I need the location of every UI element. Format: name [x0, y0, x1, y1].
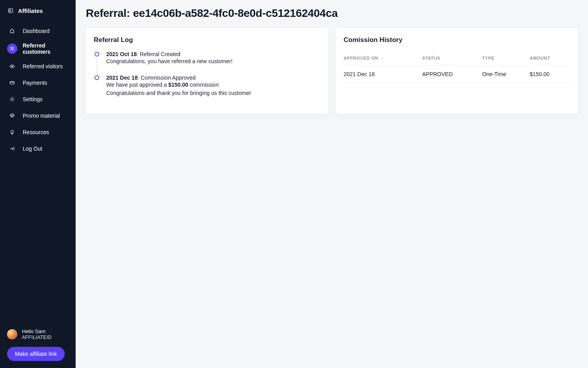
sidebar-item-label: Referred customers [23, 42, 69, 55]
timeline-headline: 2021 Oct 18: Referral Created [106, 51, 320, 57]
credit-card-icon [7, 78, 17, 88]
card-referral-log: Referral Log 2021 Oct 18: Referral Creat… [86, 28, 328, 114]
timeline-date: 2021 Dec 18 [106, 75, 138, 81]
sidebar-item-label: Settings [23, 96, 43, 102]
col-status[interactable]: STATUS [422, 51, 482, 66]
user-greeting: Hello Sam [22, 328, 52, 335]
brand: Affiliates [0, 7, 76, 23]
sidebar-item-label: Payments [23, 80, 47, 86]
timeline-headline-text: Referral Created [140, 51, 181, 57]
timeline-item: 2021 Dec 18: Commission Approved We have… [94, 75, 320, 98]
sidebar-item-referred-visitors[interactable]: Referred visitors [3, 58, 73, 75]
sidebar-item-label: Promo material [23, 113, 60, 119]
card-commission-history: Comission History APPROVED ON ↓ STATUS T… [336, 28, 578, 114]
cell-approved-on: 2021 Dec 18 [344, 66, 422, 83]
user-row: Hello Sam AFFILIATEID [7, 328, 69, 341]
cell-status: APPROVED [422, 66, 482, 83]
col-label: AMOUNT [530, 56, 550, 60]
sidebar-item-label: Dashboard [23, 28, 50, 34]
timeline-body: Congratulations, you have referred a new… [106, 57, 320, 66]
card-title: Comission History [344, 36, 570, 44]
svg-point-5 [11, 98, 13, 100]
svg-point-3 [12, 66, 13, 67]
lightbulb-icon [7, 127, 17, 137]
cell-type: One-Time [482, 66, 530, 83]
sidebar-item-referred-customers[interactable]: Referred customers [3, 39, 73, 58]
main: Referral: ee14c06b-a582-4fc0-8e0d-c51216… [76, 0, 588, 368]
eye-icon [7, 61, 17, 71]
col-amount[interactable]: AMOUNT [530, 51, 570, 66]
sidebar-item-dashboard[interactable]: Dashboard [3, 23, 73, 39]
commission-table: APPROVED ON ↓ STATUS TYPE AMOUNT 2021 De… [344, 51, 570, 83]
timeline-item: 2021 Oct 18: Referral Created Congratula… [94, 51, 320, 66]
brand-label: Affiliates [18, 7, 43, 14]
svg-point-2 [13, 47, 14, 49]
layers-icon [7, 111, 17, 121]
sidebar-footer: Hello Sam AFFILIATEID Make affiliate lin… [0, 328, 76, 361]
sidebar-item-label: Log Out [23, 146, 42, 152]
home-icon [7, 26, 17, 36]
cell-amount: $150.00 [530, 66, 570, 83]
sidebar-item-logout[interactable]: Log Out [3, 140, 73, 157]
col-approved-on[interactable]: APPROVED ON ↓ [344, 51, 422, 66]
sidebar-item-payments[interactable]: Payments [3, 75, 73, 91]
svg-point-1 [11, 47, 13, 49]
col-type[interactable]: TYPE [482, 51, 530, 66]
sort-desc-icon: ↓ [381, 56, 384, 60]
timeline-body-line2: Congratulations and thank you for bringi… [106, 90, 251, 96]
svg-rect-4 [10, 82, 15, 84]
timeline-date: 2021 Oct 18 [106, 51, 137, 57]
user-id: AFFILIATEID [22, 335, 52, 341]
timeline-headline: 2021 Dec 18: Commission Approved [106, 75, 320, 81]
timeline-body-amount: $150.00 [169, 82, 189, 88]
make-affiliate-link-button[interactable]: Make affiliate link [7, 347, 65, 361]
col-label: TYPE [482, 56, 494, 60]
table-row: 2021 Dec 18 APPROVED One-Time $150.00 [344, 66, 570, 83]
table-header-row: APPROVED ON ↓ STATUS TYPE AMOUNT [344, 51, 570, 66]
timeline-body-pre: We have just approved a [106, 82, 169, 88]
cards: Referral Log 2021 Oct 18: Referral Creat… [86, 28, 578, 114]
sidebar-item-promo-material[interactable]: Promo material [3, 107, 73, 124]
page-title: Referral: ee14c06b-a582-4fc0-8e0d-c51216… [86, 7, 578, 20]
sidebar-item-resources[interactable]: Resources [3, 124, 73, 140]
timeline: 2021 Oct 18: Referral Created Congratula… [94, 51, 320, 98]
logout-icon [7, 144, 17, 154]
user-text: Hello Sam AFFILIATEID [22, 328, 52, 341]
sidebar-item-settings[interactable]: Settings [3, 91, 73, 107]
avatar [7, 329, 17, 339]
col-label: STATUS [422, 56, 440, 60]
timeline-headline-text: Commission Approved [141, 75, 196, 81]
users-icon [7, 44, 17, 54]
sidebar-item-label: Referred visitors [23, 63, 63, 69]
timeline-body: We have just approved a $150.00 commissi… [106, 81, 320, 98]
sidebar-nav: Dashboard Referred customers Referred vi… [0, 23, 76, 157]
sidebar: Affiliates Dashboard Referred customers … [0, 0, 76, 368]
brand-logo-icon [7, 7, 14, 14]
timeline-connector [97, 58, 97, 75]
timeline-dot-icon [94, 75, 99, 80]
timeline-body-post: commission [188, 82, 219, 88]
card-title: Referral Log [94, 36, 320, 44]
timeline-dot-icon [94, 52, 99, 56]
col-label: APPROVED ON [344, 56, 379, 60]
gear-icon [7, 94, 17, 104]
svg-rect-0 [9, 9, 13, 13]
sidebar-item-label: Resources [23, 129, 49, 135]
